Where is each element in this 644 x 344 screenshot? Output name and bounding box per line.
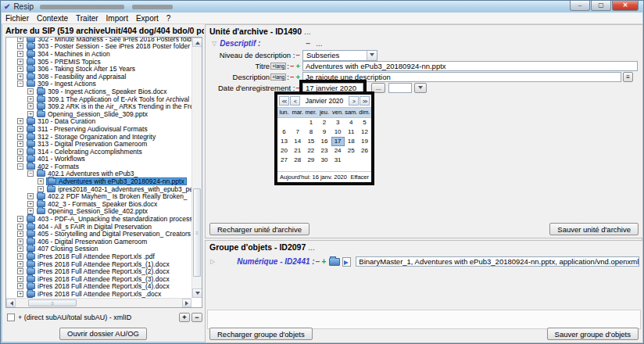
expand-icon[interactable]: + [38, 178, 44, 185]
expand-icon[interactable]: + [17, 118, 23, 124]
expand-icon[interactable]: + [17, 73, 23, 80]
tree-item[interactable]: +407 Closing Session [6, 245, 191, 253]
remove-field-icon[interactable]: − [290, 62, 295, 70]
time-input[interactable] [388, 83, 412, 93]
scroll-down-icon[interactable] [192, 288, 202, 298]
expand-icon[interactable]: + [17, 134, 23, 140]
expand-icon[interactable]: + [17, 238, 23, 245]
tree-item[interactable]: +310 - Data Curation [6, 118, 191, 126]
calendar-day[interactable]: 1 [304, 118, 317, 127]
calendar-day[interactable]: 30 [317, 156, 331, 165]
expand-icon[interactable]: + [17, 276, 23, 282]
calendar-day[interactable]: 11 [345, 127, 358, 137]
calendar-day[interactable]: 10 [331, 127, 345, 137]
tree-item[interactable]: +309 - Ingest Actions_ Speaker Bios.docx [6, 88, 191, 95]
tree-item[interactable]: +iPres 2018 Full Attendee Report.xls_(1)… [6, 260, 191, 268]
scroll-up-icon[interactable] [192, 38, 202, 47]
tree-item[interactable]: +406 - Digital Preservation Gameroom [6, 238, 191, 245]
remove-field-icon[interactable]: − [295, 51, 300, 59]
tree-item[interactable]: +314 - Celebrating Accomplishments [6, 148, 191, 156]
calendar-day[interactable]: 4 [345, 118, 358, 127]
tree-item[interactable]: +309.1 The Application of E-Ark Tools fo… [6, 95, 191, 103]
calendar-day[interactable]: 7 [291, 127, 304, 137]
calendar-day[interactable]: 17 [331, 137, 345, 146]
reload-archive-unit-button[interactable]: Recharger unité d'archive [209, 223, 309, 235]
add-lang-badge[interactable]: +lang [270, 63, 286, 70]
calendar-day[interactable]: 18 [345, 137, 358, 146]
tree-item[interactable]: −402.1 Adventures with ePub3_ [6, 170, 191, 178]
expand-icon[interactable]: + [17, 149, 23, 155]
menu-item-contexte[interactable]: Contexte [33, 14, 72, 23]
expand-icon[interactable]: + [17, 156, 23, 162]
calendar-day[interactable]: 8 [304, 127, 317, 137]
open-folder-icon[interactable] [329, 258, 340, 266]
tree-item[interactable]: +iPres 2018 Full Attendee Report.xls_.do… [6, 290, 191, 298]
save-object-group-button[interactable]: Sauver groupe d'objets [547, 328, 639, 340]
prev-month-button[interactable]: < [290, 96, 300, 106]
expand-icon[interactable]: + [17, 231, 23, 237]
chevron-down-icon[interactable] [367, 51, 377, 60]
expand-icon[interactable]: + [27, 96, 34, 102]
expand-icon[interactable]: + [17, 268, 23, 274]
remove-node-button[interactable]: − [191, 313, 202, 322]
expand-icon[interactable]: + [17, 37, 23, 42]
collapse-icon[interactable]: − [17, 81, 23, 87]
tree-item[interactable]: +309.2 ARK is in the Air_ ARKs Trending … [6, 102, 191, 110]
tree-item[interactable]: +Adventures with ePub3_20180924-nn.pptx [6, 177, 191, 185]
menu-item-fichier[interactable]: Fichier [2, 14, 33, 23]
calendar-day[interactable]: 20 [277, 146, 291, 156]
menu-item-import[interactable]: Import [102, 14, 132, 23]
niveau-combobox[interactable]: Subseries [302, 50, 377, 61]
next-year-button[interactable]: >> [360, 96, 370, 106]
calendar-day[interactable]: 24 [331, 146, 345, 156]
tree-item[interactable]: +404 - All_s FAIR in Digital Preservatio… [6, 223, 191, 231]
expand-icon[interactable]: + [17, 51, 23, 57]
vertical-scrollbar[interactable]: ≡ [191, 38, 202, 298]
add-lang-badge[interactable]: +lang [270, 73, 286, 81]
open-au-og-folder-button[interactable]: Ouvrir dossier AU/OG [59, 328, 147, 340]
chevron-down-icon[interactable] [414, 83, 427, 93]
tree-item[interactable]: −402 - Formats [6, 163, 191, 170]
vertical-scroll-thumb[interactable]: ≡ [193, 188, 201, 277]
expand-icon[interactable]: + [17, 66, 23, 72]
menu-item-?[interactable]: ? [163, 14, 175, 23]
calendar-day[interactable]: 28 [291, 156, 304, 165]
calendar-day[interactable]: 6 [277, 127, 291, 137]
calendar-day[interactable]: 15 [304, 137, 317, 146]
calendar-day[interactable]: 27 [277, 156, 291, 165]
calendar-day[interactable]: 19 [358, 137, 371, 146]
binary-master-input[interactable]: BinaryMaster_1, Adventures with ePub3_20… [356, 256, 639, 267]
expand-icon[interactable]: + [17, 253, 23, 260]
tree-item[interactable]: +311 - Preserving Audiovisual Formats [6, 125, 191, 133]
horizontal-scroll-thumb[interactable]: ≡ [28, 299, 77, 306]
tree-item[interactable]: +305 - PREMIS Topics [6, 58, 191, 66]
expand-icon[interactable]: + [17, 216, 23, 222]
tree-item[interactable]: +304 - Machines in Action [6, 50, 191, 58]
tree-item[interactable]: +312 - Storage Organization and Integrit… [6, 133, 191, 141]
prev-year-button[interactable]: << [279, 96, 289, 106]
calendar-day[interactable]: 2 [317, 118, 331, 127]
expand-object-icon[interactable]: ▷ [210, 258, 215, 265]
calendar-day[interactable]: 9 [317, 127, 331, 137]
titre-input[interactable]: Adventures with ePub3_20180924-nn.pptx [302, 61, 638, 71]
tree-item[interactable]: +Opening_Session_Slide_309.pptx [6, 110, 191, 118]
calendar-day[interactable]: 29 [304, 156, 317, 165]
add-field-icon[interactable]: + [295, 62, 300, 70]
calendar-day[interactable]: 5 [358, 118, 371, 127]
calendar-day[interactable]: 12 [358, 127, 371, 137]
tree-item[interactable]: +306 - Taking Stock After 15 Years [6, 65, 191, 73]
scroll-right-icon[interactable] [182, 299, 191, 307]
close-button[interactable]: ✕ [612, 1, 639, 11]
tree-item[interactable]: −309 - Ingest Actions [6, 81, 191, 88]
calendar-day[interactable]: 26 [358, 146, 371, 156]
tree-item[interactable]: +402.2 PDF Mayhem_ Is Broken Really Brok… [6, 192, 191, 200]
tree-item[interactable]: +303 - Poster Session - See iPres 2018 P… [6, 43, 191, 51]
remove-field-icon[interactable]: − [290, 73, 295, 81]
title-bar[interactable]: ✔ Resip – ▢ ✕ [1, 1, 643, 13]
calendar-day[interactable]: 21 [291, 146, 304, 156]
add-object-icon[interactable]: + [321, 257, 326, 266]
expand-icon[interactable]: + [27, 103, 34, 109]
export-object-icon[interactable] [342, 257, 351, 267]
calendar-clear-button[interactable]: Effacer [350, 174, 369, 181]
subau-checkbox[interactable] [7, 314, 15, 321]
